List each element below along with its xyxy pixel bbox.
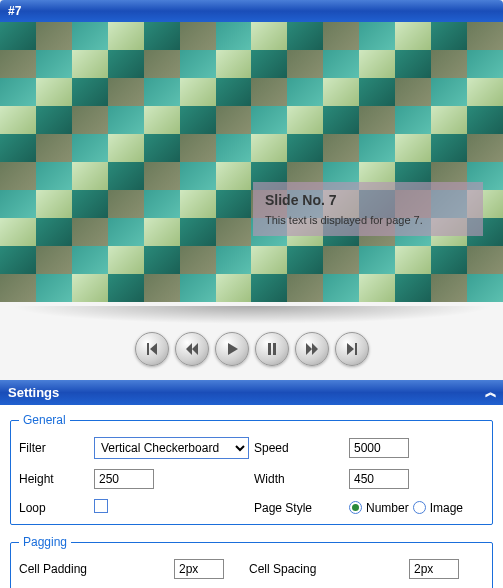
- pagestyle-image-radio[interactable]: [413, 501, 426, 514]
- filter-label: Filter: [19, 441, 94, 455]
- collapse-icon[interactable]: ︽: [485, 384, 495, 401]
- settings-panel: General Filter Vertical Checkerboard Spe…: [0, 405, 503, 588]
- cellspacing-label: Cell Spacing: [249, 562, 409, 576]
- play-button[interactable]: [215, 332, 249, 366]
- cellpadding-label: Cell Padding: [19, 562, 174, 576]
- filter-select[interactable]: Vertical Checkerboard: [94, 437, 249, 459]
- caption-title: Slide No. 7: [265, 192, 471, 208]
- caption-text: This text is displayed for page 7.: [265, 214, 471, 226]
- pagestyle-image-label: Image: [430, 501, 463, 515]
- settings-title: Settings: [8, 385, 59, 400]
- width-input[interactable]: [349, 469, 409, 489]
- pause-button[interactable]: [255, 332, 289, 366]
- general-legend: General: [19, 413, 70, 427]
- playback-controls: [0, 324, 503, 380]
- slide-caption: Slide No. 7 This text is displayed for p…: [253, 182, 483, 236]
- pagging-fieldset: Pagging Cell Padding Cell Spacing Font C…: [10, 535, 493, 588]
- height-input[interactable]: [94, 469, 154, 489]
- general-fieldset: General Filter Vertical Checkerboard Spe…: [10, 413, 493, 525]
- cellpadding-input[interactable]: [174, 559, 224, 579]
- loop-checkbox[interactable]: [94, 499, 108, 513]
- pagestyle-label: Page Style: [254, 501, 349, 515]
- window-title: #7: [8, 4, 21, 18]
- last-button[interactable]: [335, 332, 369, 366]
- width-label: Width: [254, 472, 349, 486]
- pagestyle-number-label: Number: [366, 501, 409, 515]
- speed-input[interactable]: [349, 438, 409, 458]
- checkerboard-effect: [0, 22, 503, 302]
- cellspacing-input[interactable]: [409, 559, 459, 579]
- shadow-decoration: [10, 306, 493, 324]
- speed-label: Speed: [254, 441, 349, 455]
- first-button[interactable]: [135, 332, 169, 366]
- loop-label: Loop: [19, 501, 94, 515]
- pagestyle-number-radio[interactable]: [349, 501, 362, 514]
- next-button[interactable]: [295, 332, 329, 366]
- window-titlebar: #7: [0, 0, 503, 22]
- pagestyle-radios: Number Image: [349, 501, 484, 515]
- settings-titlebar: Settings ︽: [0, 380, 503, 405]
- prev-button[interactable]: [175, 332, 209, 366]
- pagging-legend: Pagging: [19, 535, 71, 549]
- height-label: Height: [19, 472, 94, 486]
- slide-preview: Slide No. 7 This text is displayed for p…: [0, 22, 503, 302]
